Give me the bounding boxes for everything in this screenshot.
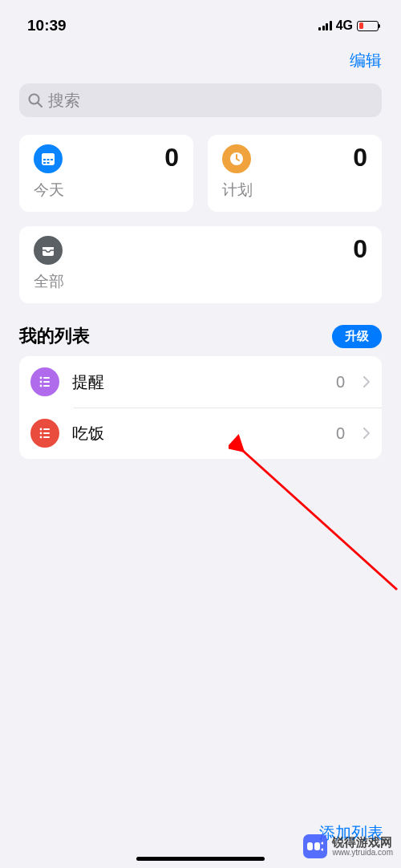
svg-rect-8 xyxy=(47,162,50,164)
edit-button[interactable]: 编辑 xyxy=(350,50,382,71)
watermark-sub: www.ytruida.com xyxy=(332,848,393,858)
card-planned-label: 计划 xyxy=(222,180,367,201)
svg-rect-23 xyxy=(307,842,313,850)
battery-icon xyxy=(357,21,379,31)
svg-rect-24 xyxy=(314,842,320,850)
annotation-arrow xyxy=(229,433,401,610)
status-bar: 10:39 4G xyxy=(0,0,401,40)
card-all[interactable]: 0 全部 xyxy=(19,226,382,303)
status-right: 4G xyxy=(318,18,379,33)
list-bullet-icon xyxy=(30,419,59,448)
list-item-label: 提醒 xyxy=(72,371,323,393)
network-label: 4G xyxy=(336,18,353,33)
svg-rect-21 xyxy=(43,436,50,438)
card-all-count: 0 xyxy=(353,234,367,264)
svg-line-1 xyxy=(38,103,43,107)
watermark: 锐得游戏网 www.ytruida.com xyxy=(303,834,393,858)
list-item[interactable]: 吃饭 0 xyxy=(19,408,382,459)
inbox-icon xyxy=(34,236,63,265)
card-today-count: 0 xyxy=(164,143,179,172)
section-title: 我的列表 xyxy=(19,324,90,348)
svg-point-18 xyxy=(40,432,43,435)
search-input[interactable] xyxy=(48,91,374,110)
chevron-right-icon xyxy=(363,375,371,388)
svg-point-12 xyxy=(40,381,43,383)
list-item-count: 0 xyxy=(336,424,345,443)
watermark-text: 锐得游戏网 www.ytruida.com xyxy=(332,836,393,858)
card-today[interactable]: 0 今天 xyxy=(19,135,193,212)
svg-rect-4 xyxy=(43,159,46,160)
status-time: 10:39 xyxy=(27,17,67,34)
list-bullet-icon xyxy=(30,367,59,396)
cards-grid: 0 今天 0 计划 0 全部 xyxy=(19,135,382,303)
svg-point-26 xyxy=(322,848,324,850)
svg-point-10 xyxy=(40,377,43,379)
list-item-label: 吃饭 xyxy=(72,423,323,444)
upgrade-button[interactable]: 升级 xyxy=(332,325,382,348)
card-planned[interactable]: 0 计划 xyxy=(208,135,382,212)
svg-point-16 xyxy=(40,428,43,431)
svg-point-0 xyxy=(30,95,39,104)
svg-line-22 xyxy=(243,451,397,590)
clock-icon xyxy=(222,144,251,173)
my-lists: 提醒 0 吃饭 0 xyxy=(19,356,382,459)
calendar-icon xyxy=(34,144,63,173)
svg-rect-11 xyxy=(43,377,50,379)
svg-point-20 xyxy=(40,436,43,439)
svg-rect-17 xyxy=(43,428,50,430)
card-planned-count: 0 xyxy=(353,143,367,172)
nav-bar: 编辑 xyxy=(0,40,401,79)
card-all-label: 全部 xyxy=(34,271,367,292)
svg-rect-13 xyxy=(43,381,50,383)
search-icon xyxy=(27,92,43,108)
list-item[interactable]: 提醒 0 xyxy=(19,356,382,408)
search-bar[interactable] xyxy=(19,83,382,117)
chevron-right-icon xyxy=(363,427,371,440)
watermark-main: 锐得游戏网 xyxy=(332,836,393,848)
svg-rect-15 xyxy=(43,385,50,387)
svg-point-14 xyxy=(40,385,43,387)
svg-rect-19 xyxy=(43,432,50,434)
signal-icon xyxy=(318,21,332,30)
svg-rect-5 xyxy=(47,159,50,160)
svg-rect-7 xyxy=(43,162,46,164)
home-indicator[interactable] xyxy=(136,857,265,861)
list-item-count: 0 xyxy=(336,373,345,391)
svg-point-25 xyxy=(322,842,324,844)
card-today-label: 今天 xyxy=(34,180,179,201)
watermark-icon xyxy=(303,834,327,858)
section-header: 我的列表 升级 xyxy=(19,324,382,348)
svg-rect-3 xyxy=(42,153,55,157)
svg-rect-6 xyxy=(51,159,53,160)
